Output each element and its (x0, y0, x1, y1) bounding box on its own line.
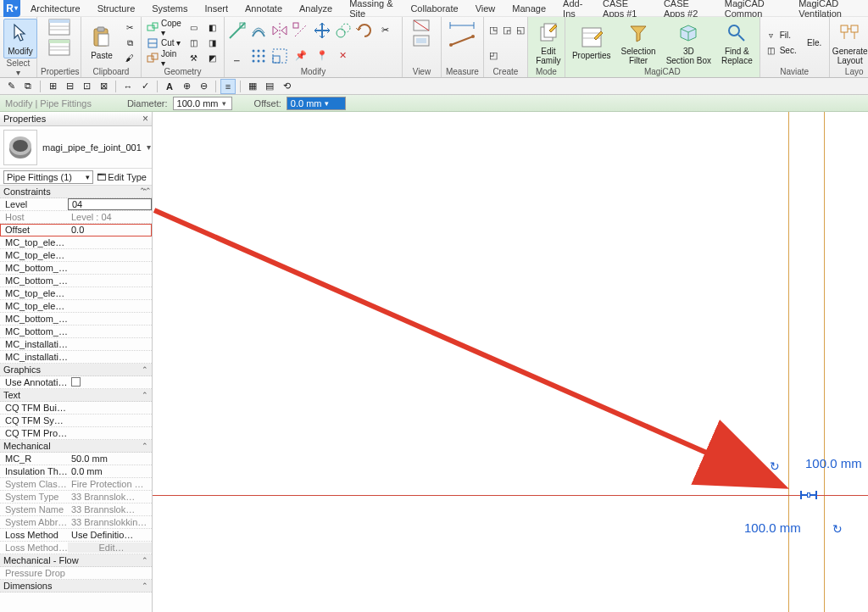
align-icon[interactable] (228, 21, 247, 40)
qat-btn-15[interactable]: ⟲ (279, 79, 294, 94)
menu-insert[interactable]: Insert (196, 2, 236, 15)
qat-btn-3[interactable]: ⊞ (45, 79, 60, 94)
copy-mod-icon[interactable] (334, 21, 353, 40)
create-similar-icon[interactable]: ◳ (487, 25, 499, 36)
prop-tfm-product[interactable]: CQ TFM Produ… (0, 427, 152, 440)
qat-btn-1[interactable]: ✎ (3, 79, 19, 94)
qat-text-a[interactable]: A (162, 79, 177, 94)
properties-icon[interactable] (48, 19, 70, 37)
menu-analyze[interactable]: Analyze (291, 2, 341, 15)
edit-type-button[interactable]: 🗔 Edit Type (95, 172, 148, 182)
menu-systems[interactable]: Systems (143, 2, 196, 15)
prop-loss-settings[interactable]: Loss Method S…Edit… (0, 542, 152, 554)
move-icon[interactable] (313, 21, 331, 40)
qat-activate-dims[interactable]: ↔ (120, 79, 136, 94)
menu-view[interactable]: View (467, 2, 504, 15)
geo-btn-6[interactable]: ◩ (205, 52, 220, 65)
group-graphics[interactable]: Graphics⌃ (0, 364, 152, 376)
unpin-icon[interactable]: 📍 (313, 47, 331, 65)
prop-mc10[interactable]: MC_installatio… (0, 351, 152, 364)
mc-findreplace-button[interactable]: Find & Replace (718, 19, 756, 67)
menu-architecture[interactable]: Architecture (22, 2, 89, 15)
group-mechflow[interactable]: Mechanical - Flow⌃ (0, 554, 152, 567)
group-mechanical[interactable]: Mechanical⌃ (0, 440, 152, 453)
prop-mc8[interactable]: MC_bottom_el… (0, 325, 152, 338)
drawing-canvas[interactable]: 100.0 mm ↻ 100.0 mm ↻ (153, 112, 868, 612)
prop-mc5[interactable]: MC_top_elevati… (0, 287, 152, 300)
dimension-text-1[interactable]: 100.0 mm (805, 456, 862, 470)
edit-family-button[interactable]: Edit Family (531, 19, 565, 67)
qat-btn-11[interactable]: ⊖ (196, 79, 211, 94)
dimension-text-2[interactable]: 100.0 mm (744, 520, 801, 535)
prop-mc6[interactable]: MC_top_elevati… (0, 300, 152, 313)
array-icon[interactable] (249, 47, 268, 65)
qat-btn-8[interactable]: ✓ (137, 79, 153, 94)
pipe-fitting-element[interactable] (800, 491, 817, 499)
diameter-combo[interactable]: 100.0 mm ▾ (173, 97, 232, 110)
prop-mc2[interactable]: MC_top_elevati… (0, 249, 152, 262)
prop-mc1[interactable]: MC_top_elevati… (0, 236, 152, 249)
type-properties-icon[interactable] (48, 39, 70, 58)
prop-offset[interactable]: Offset0.0 (0, 224, 152, 236)
qat-btn-10[interactable]: ⊕ (179, 79, 194, 94)
prop-mc9[interactable]: MC_installatio… (0, 338, 152, 351)
naviate-ele-button[interactable]: Ele. (802, 36, 827, 49)
group-constraints[interactable]: Constraints⌃ (0, 186, 152, 198)
naviate-fil-button[interactable]: ▿Fil. (764, 29, 798, 42)
close-icon[interactable]: × (142, 113, 148, 125)
mc-selfilter-button[interactable]: Selection Filter (617, 19, 659, 67)
hide-icon[interactable] (412, 19, 431, 32)
prop-insulation[interactable]: Insulation Thic…0.0 mm (0, 465, 152, 478)
select-dropdown[interactable]: Select ▾ (3, 58, 33, 78)
prop-mc3[interactable]: MC_bottom_el… (0, 262, 152, 275)
create-group-icon[interactable]: ◲ (501, 25, 513, 36)
qat-btn-13[interactable]: ▦ (245, 79, 260, 94)
cope-button[interactable]: Cope ▾ (145, 21, 183, 35)
mc-properties-button[interactable]: Properties (569, 24, 615, 62)
prop-loss-method[interactable]: Loss MethodUse Definitio… (0, 529, 152, 542)
mirror-axis-icon[interactable] (270, 21, 289, 40)
measure-icon[interactable] (448, 34, 476, 47)
modify-tool-button[interactable]: Modify (3, 19, 37, 58)
prop-level[interactable]: Level04 (0, 198, 152, 211)
menu-manage[interactable]: Manage (504, 2, 554, 15)
checkbox[interactable] (71, 377, 81, 387)
create-assembly-icon[interactable]: ◱ (515, 25, 526, 36)
menu-annotate[interactable]: Annotate (236, 2, 291, 15)
prop-tfm-system[interactable]: CQ TFM System (0, 414, 152, 427)
offset-combo[interactable]: 0.0 mm ▾ (287, 97, 346, 110)
qat-btn-5[interactable]: ⊡ (79, 79, 94, 94)
override-icon[interactable] (412, 34, 431, 47)
geo-btn-1[interactable]: ▭ (186, 21, 202, 35)
scale-icon[interactable] (270, 47, 289, 65)
geo-btn-5[interactable]: ◨ (205, 36, 220, 50)
mc-sectionbox-button[interactable]: 3D Section Box (663, 19, 715, 67)
copy-mini-button[interactable]: ⧉ (122, 36, 137, 50)
create-parts-icon[interactable]: ◰ (487, 49, 499, 61)
menu-collaborate[interactable]: Collaborate (402, 2, 466, 15)
app-menu-button[interactable]: R▾ (3, 0, 20, 17)
delete-icon[interactable]: ✕ (334, 47, 353, 65)
flip-control-icon-1[interactable]: ↻ (770, 459, 780, 473)
group-dimensions[interactable]: Dimensions⌃ (0, 580, 152, 593)
qat-btn-14[interactable]: ▤ (262, 79, 277, 94)
qat-btn-4[interactable]: ⊟ (62, 79, 77, 94)
geo-btn-4[interactable]: ◧ (205, 21, 220, 35)
mirror-draw-icon[interactable] (292, 21, 310, 40)
matchtype-mini-button[interactable]: 🖌 (122, 52, 137, 65)
geo-btn-3[interactable]: ⚒ (186, 52, 202, 65)
join-button[interactable]: Join ▾ (145, 52, 183, 65)
aligned-dim-icon[interactable] (448, 19, 476, 32)
paste-button[interactable]: Paste (85, 24, 119, 62)
cut-mini-button[interactable]: ✂ (122, 21, 137, 35)
category-filter-combo[interactable]: Pipe Fittings (1) ▾ (3, 170, 93, 184)
qat-thin-lines[interactable]: ≡ (220, 79, 236, 94)
trim-icon[interactable]: ✂ (376, 21, 395, 40)
prop-mc7[interactable]: MC_bottom_el… (0, 313, 152, 325)
offset-icon[interactable] (249, 21, 268, 40)
naviate-sec-button[interactable]: ◫Sec. (764, 44, 798, 58)
cut-geo-button[interactable]: Cut ▾ (145, 36, 183, 50)
prop-mc4[interactable]: MC_bottom_el… (0, 275, 152, 287)
qat-btn-6[interactable]: ⊠ (96, 79, 111, 94)
generate-layout-button[interactable]: Generate Layout (833, 19, 867, 67)
